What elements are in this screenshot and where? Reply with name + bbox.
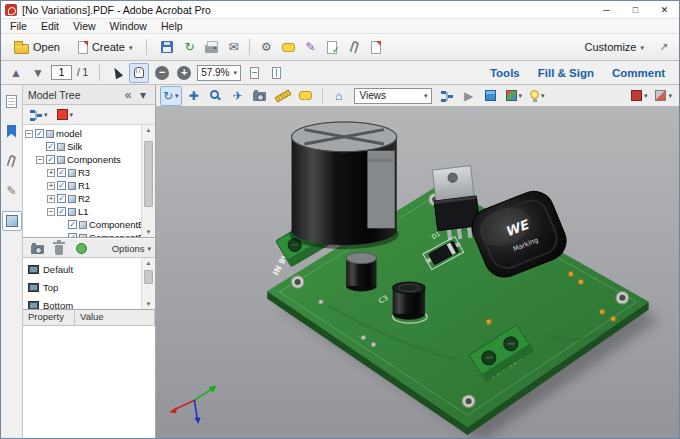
scroll-down-icon[interactable]: ▼ <box>146 227 152 237</box>
email-button[interactable]: ✉ <box>223 37 243 57</box>
tree-expander-icon[interactable]: + <box>47 195 55 203</box>
open-button[interactable]: Open <box>6 38 68 57</box>
tree-node[interactable]: +✓R2 <box>23 192 141 205</box>
model-tree-toggle-button[interactable] <box>437 86 457 106</box>
tree-expander-icon[interactable]: + <box>47 182 55 190</box>
highlight-color-button[interactable]: ▾ <box>54 105 77 125</box>
sidebar-attachments-button[interactable] <box>2 151 22 171</box>
previous-page-button[interactable]: ▲ <box>6 63 26 83</box>
scroll-thumb[interactable] <box>144 270 153 284</box>
tree-checkbox-icon[interactable]: ✓ <box>68 233 77 237</box>
zoom-out-button[interactable]: − <box>152 63 172 83</box>
menu-help[interactable]: Help <box>154 20 190 32</box>
zoom-tool-button[interactable] <box>206 86 226 106</box>
measure-tool-button[interactable] <box>272 86 294 106</box>
select-tool-button[interactable] <box>107 63 127 83</box>
tree-checkbox-icon[interactable]: ✓ <box>57 194 66 203</box>
tree-node[interactable]: ✓Silk <box>23 140 141 153</box>
sidebar-page-thumbnails-button[interactable] <box>2 91 22 111</box>
comment-3d-button[interactable] <box>296 86 316 106</box>
tree-checkbox-icon[interactable]: ✓ <box>57 207 66 216</box>
gear-button[interactable]: ⚙ <box>256 37 276 57</box>
tools-task-button[interactable]: Tools <box>481 64 529 82</box>
3d-scene[interactable]: IN 9V OUT 12V C3 D1 <box>156 107 679 438</box>
views-scrollbar[interactable]: ▲ ▼ <box>141 258 155 309</box>
close-button[interactable]: ✕ <box>650 1 679 18</box>
views-options-button[interactable]: Options ▾ <box>112 243 151 254</box>
fit-width-button[interactable] <box>266 63 286 83</box>
tree-scrollbar[interactable]: ▲ ▼ <box>141 125 155 237</box>
lighting-button[interactable]: ▾ <box>527 86 548 106</box>
menu-file[interactable]: File <box>3 20 34 32</box>
page-number-input[interactable] <box>51 65 72 80</box>
scroll-thumb[interactable] <box>144 141 153 207</box>
sidebar-signatures-button[interactable]: ✎ <box>2 181 22 201</box>
tree-node[interactable]: +✓R1 <box>23 179 141 192</box>
tree-node[interactable]: −✓model <box>23 127 141 140</box>
sidebar-bookmarks-button[interactable] <box>2 121 22 141</box>
tree-expander-icon[interactable]: − <box>25 130 33 138</box>
projection-button[interactable] <box>481 86 501 106</box>
share-button[interactable]: ↻ <box>179 37 199 57</box>
view-item[interactable]: Default <box>23 260 141 278</box>
tree-node[interactable]: ✓ComponentBody.16 <box>23 231 141 237</box>
minimize-button[interactable]: ─ <box>592 1 621 18</box>
sign-button[interactable]: ✎ <box>300 37 320 57</box>
tree-checkbox-icon[interactable]: ✓ <box>57 168 66 177</box>
collapse-panel-button[interactable]: « <box>121 87 135 103</box>
tree-checkbox-icon[interactable]: ✓ <box>46 155 55 164</box>
create-view-button[interactable] <box>27 238 47 258</box>
zoom-level-select[interactable]: 57.9% ▾ <box>197 65 241 81</box>
background-color-button[interactable]: ▾ <box>628 86 651 106</box>
tree-checkbox-icon[interactable]: ✓ <box>57 181 66 190</box>
render-mode-button[interactable]: ▾ <box>503 86 526 106</box>
scroll-down-icon[interactable]: ▼ <box>146 299 152 309</box>
document-viewport[interactable]: IN 9V OUT 12V C3 D1 <box>156 107 679 438</box>
scroll-up-icon[interactable]: ▲ <box>146 258 152 268</box>
maximize-button[interactable]: □ <box>621 1 650 18</box>
menu-view[interactable]: View <box>66 20 103 32</box>
sidebar-model-tree-button[interactable] <box>2 211 22 231</box>
tree-expander-icon[interactable]: + <box>47 169 55 177</box>
tree-expander-icon[interactable]: − <box>47 208 55 216</box>
tree-node[interactable]: ✓ComponentBody.15 <box>23 218 141 231</box>
expand-toolbar-button[interactable]: ↗ <box>654 37 674 57</box>
pan-tool-button[interactable]: ✚ <box>184 86 204 106</box>
actual-size-button[interactable] <box>244 63 264 83</box>
tree-filter-button[interactable]: ▾ <box>27 105 51 125</box>
comment-task-button[interactable]: Comment <box>603 64 674 82</box>
tree-node[interactable]: −✓L1 <box>23 205 141 218</box>
tree-expander-icon[interactable]: − <box>36 156 44 164</box>
create-button[interactable]: Create ▾ <box>70 38 141 57</box>
delete-view-button[interactable] <box>49 238 69 258</box>
next-page-button[interactable]: ▼ <box>28 63 48 83</box>
comment-bubble-button[interactable] <box>278 37 298 57</box>
hand-tool-button[interactable] <box>129 63 149 83</box>
cross-section-button[interactable]: ▾ <box>652 86 675 106</box>
fill-sign-task-button[interactable]: Fill & Sign <box>529 64 603 82</box>
default-view-button[interactable]: ⌂ <box>329 86 349 106</box>
views-select[interactable]: Views ▾ <box>354 88 432 104</box>
customize-button[interactable]: Customize ▾ <box>577 38 652 56</box>
tree-node[interactable]: −✓Components <box>23 153 141 166</box>
property-column-header[interactable]: Property <box>23 310 75 325</box>
camera-tool-button[interactable] <box>250 86 270 106</box>
view-animation-button[interactable] <box>71 238 91 258</box>
value-column-header[interactable]: Value <box>75 310 155 325</box>
menu-edit[interactable]: Edit <box>34 20 66 32</box>
forms-button[interactable] <box>322 37 342 57</box>
tree-checkbox-icon[interactable]: ✓ <box>35 129 44 138</box>
view-item[interactable]: Top <box>23 278 141 296</box>
tree-checkbox-icon[interactable]: ✓ <box>46 142 55 151</box>
scroll-up-icon[interactable]: ▲ <box>146 125 152 135</box>
zoom-in-button[interactable]: + <box>174 63 194 83</box>
rotate-tool-button[interactable]: ↻▾ <box>160 86 182 106</box>
view-item[interactable]: Bottom <box>23 296 141 309</box>
play-animation-button[interactable]: ▶ <box>459 86 479 106</box>
attach-button[interactable] <box>344 37 364 57</box>
tree-checkbox-icon[interactable]: ✓ <box>68 220 77 229</box>
panel-menu-button[interactable]: ▾ <box>136 87 150 103</box>
send-button[interactable] <box>366 37 386 57</box>
print-button[interactable] <box>201 37 221 57</box>
fly-tool-button[interactable]: ✈ <box>228 86 248 106</box>
